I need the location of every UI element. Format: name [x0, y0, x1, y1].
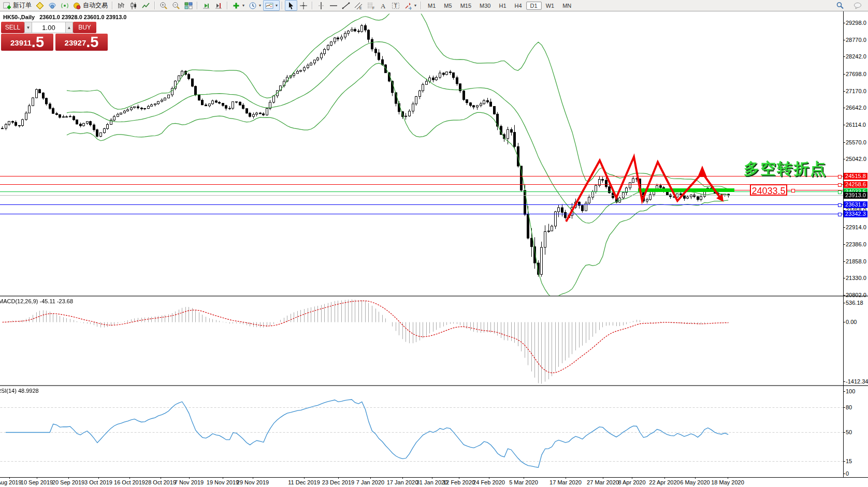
trendline-icon: [342, 2, 350, 10]
svg-text:F: F: [372, 6, 374, 10]
date-axis-tick: [524, 477, 524, 479]
chat-button[interactable]: [851, 1, 864, 11]
level-line-24515.8[interactable]: [0, 176, 843, 176]
timeframe-m30-button[interactable]: M30: [475, 2, 495, 10]
svg-text:T: T: [394, 3, 398, 9]
bar-chart-button[interactable]: [115, 0, 127, 11]
periods-button[interactable]: ▾: [247, 0, 263, 11]
fibonacci-button[interactable]: F: [365, 0, 377, 11]
macd-axis-tick: [843, 303, 845, 303]
level-connector-right: [787, 190, 843, 190]
crosshair-button[interactable]: [297, 0, 310, 11]
line-chart-button[interactable]: [140, 0, 152, 11]
buy-button[interactable]: BUY: [73, 22, 96, 33]
tile-windows-button[interactable]: [182, 0, 195, 11]
date-axis-label: 17 Jan 2020: [387, 479, 418, 485]
equidistant-channel-button[interactable]: E: [352, 0, 365, 11]
vertical-line-button[interactable]: [315, 0, 327, 11]
turning-point-annotation: 多空转折点: [744, 158, 827, 180]
price-tag-23913.0: 23913.0: [844, 192, 867, 199]
date-axis-tick: [223, 477, 223, 479]
price-axis-label: 26114.0: [846, 122, 867, 128]
price-axis-tick: [843, 91, 845, 92]
level-line-23631.6[interactable]: [0, 204, 843, 205]
cursor-icon: [287, 2, 295, 10]
buy-price-small: 23927: [65, 36, 86, 50]
mt4-window: 新订单自动交易▾▾▾EFAT▾M1M5M15M30H1H4D1W1MN HK50…: [0, 0, 868, 487]
add-indicator-button[interactable]: ▾: [230, 0, 247, 11]
price-axis-label: 25570.0: [846, 139, 867, 145]
zoom-in-button[interactable]: [157, 0, 170, 11]
toolbar-separator: [112, 2, 113, 9]
scroll-end-button[interactable]: [200, 0, 212, 11]
date-axis-label: 29 Nov 2019: [237, 479, 269, 485]
level-anchor-square[interactable]: [791, 189, 795, 193]
date-axis-label: 18 May 2020: [711, 479, 744, 485]
market-button[interactable]: [46, 0, 59, 11]
chevron-down-icon[interactable]: ▾: [414, 3, 416, 8]
market-icon: [48, 2, 56, 10]
volume-up-button[interactable]: ▲: [65, 22, 73, 33]
date-axis-label: 3 Oct 2019: [84, 479, 112, 485]
date-axis-tick: [603, 477, 603, 479]
timeframe-h1-button[interactable]: H1: [495, 2, 510, 10]
metaeditor-button[interactable]: [34, 0, 46, 11]
date-axis-tick: [98, 477, 99, 479]
timeframe-h4-button[interactable]: H4: [511, 2, 526, 10]
date-axis-tick: [402, 477, 403, 479]
rsi-axis-label: 50: [846, 429, 867, 435]
crosshair-icon: [299, 2, 308, 10]
date-axis-tick: [129, 477, 130, 479]
price-axis-tick: [843, 108, 845, 108]
timeframe-d1-button[interactable]: D1: [526, 2, 542, 10]
text-label-button[interactable]: T: [389, 0, 402, 11]
timeframe-m15-button[interactable]: M15: [456, 2, 475, 10]
support-zone-bar[interactable]: [638, 188, 734, 192]
buy-price-big: .5: [86, 35, 98, 50]
chevron-down-icon[interactable]: ▾: [276, 3, 278, 8]
candlestick-button[interactable]: [127, 0, 140, 11]
date-axis-label: 11 Dec 2019: [288, 479, 320, 485]
level-price-label[interactable]: 24033.5: [750, 184, 787, 196]
chart-shift-button[interactable]: [212, 0, 225, 11]
horizontal-line-button[interactable]: [327, 0, 340, 11]
chart-canvas[interactable]: [0, 11, 843, 477]
level-line-23342.3[interactable]: [0, 214, 843, 214]
volume-down-button[interactable]: ▼: [24, 22, 32, 33]
signals-button[interactable]: [59, 0, 71, 11]
timeframe-mn-button[interactable]: MN: [558, 2, 575, 10]
cursor-button[interactable]: [285, 0, 297, 11]
line-chart-icon: [142, 2, 150, 10]
arrows-button[interactable]: ▾: [402, 0, 418, 11]
rsi-axis-tick: [843, 432, 845, 433]
price-axis-tick: [843, 244, 845, 245]
chevron-down-icon[interactable]: ▾: [259, 3, 261, 8]
timeframe-m5-button[interactable]: M5: [440, 2, 456, 10]
sell-price-button[interactable]: 23911 .5: [1, 34, 53, 51]
new-order-button[interactable]: 新订单: [1, 0, 34, 11]
level-anchor-square: [838, 175, 842, 179]
macd-axis-label: -1412.34: [846, 378, 867, 385]
bar-chart-icon: [117, 2, 125, 10]
text-icon: A: [379, 2, 387, 10]
sell-button[interactable]: SELL: [1, 22, 24, 33]
price-axis-tick: [843, 142, 845, 143]
buy-price-button[interactable]: 23927 .5: [55, 34, 108, 51]
macd-axis-tick: [843, 322, 845, 322]
timeframe-m1-button[interactable]: M1: [424, 2, 440, 10]
signals-icon: [61, 2, 69, 10]
date-axis-tick: [728, 477, 728, 479]
level-line-24258.6[interactable]: [0, 184, 843, 185]
chevron-down-icon[interactable]: ▾: [242, 3, 244, 8]
search-button[interactable]: [834, 1, 846, 11]
autotrading-button[interactable]: 自动交易: [71, 0, 110, 11]
zoom-out-button[interactable]: [170, 0, 182, 11]
text-button[interactable]: A: [377, 0, 389, 11]
volume-input[interactable]: [32, 22, 65, 33]
trendline-button[interactable]: [340, 0, 352, 11]
price-axis-tick: [843, 261, 845, 262]
level-line-23913.0[interactable]: [0, 195, 843, 196]
timeframe-w1-button[interactable]: W1: [542, 2, 559, 10]
date-axis-tick: [632, 477, 632, 479]
templates-button[interactable]: ▾: [263, 0, 280, 11]
